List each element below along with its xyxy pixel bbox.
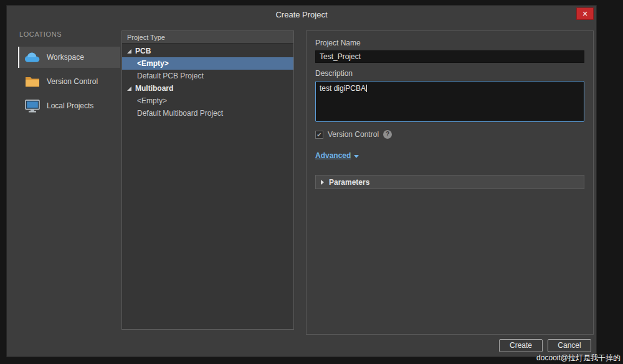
tree-item-default-multiboard-project[interactable]: Default Multiboard Project (122, 107, 293, 119)
checkmark-icon: ✔ (316, 131, 321, 138)
text-caret (366, 85, 367, 92)
dialog-title: Create Project (7, 6, 596, 24)
expand-triangle-icon (127, 49, 131, 54)
cloud-icon (24, 50, 40, 64)
tree-label: <Empty> (137, 57, 169, 70)
tree-label: PCB (135, 45, 151, 57)
chevron-right-icon (321, 180, 324, 185)
location-item-local-projects[interactable]: Local Projects (18, 95, 120, 116)
create-project-dialog: Create Project ✕ LOCATIONS Workspace (6, 5, 597, 357)
close-icon: ✕ (582, 10, 587, 17)
version-control-label: Version Control (328, 130, 379, 139)
parameters-section-header[interactable]: Parameters (315, 175, 584, 189)
monitor-icon (24, 99, 40, 113)
project-type-header: Project Type (122, 31, 293, 44)
parameters-label: Parameters (329, 178, 369, 187)
tree-group-pcb[interactable]: PCB (122, 45, 293, 57)
location-item-version-control[interactable]: Version Control (18, 71, 120, 92)
tree-item-pcb-empty[interactable]: <Empty> (122, 57, 293, 70)
help-icon[interactable]: ? (383, 130, 392, 139)
expand-triangle-icon (127, 86, 131, 91)
locations-header: LOCATIONS (18, 30, 120, 38)
project-name-value: Test_Project (320, 52, 361, 61)
locations-panel: LOCATIONS Workspace Version C (18, 30, 120, 119)
watermark-text: docooit@拉灯是我干掉的 (536, 353, 621, 363)
tree-label: Default PCB Project (137, 70, 204, 82)
description-label: Description (315, 69, 584, 78)
tree-item-multiboard-empty[interactable]: <Empty> (122, 95, 293, 107)
create-button[interactable]: Create (499, 339, 543, 352)
advanced-link[interactable]: Advanced (315, 151, 359, 160)
location-item-label: Local Projects (47, 101, 93, 110)
tree-item-default-pcb-project[interactable]: Default PCB Project (122, 70, 293, 82)
tree-label: <Empty> (137, 95, 167, 107)
project-type-tree: PCB <Empty> Default PCB Project Multiboa… (122, 44, 293, 119)
advanced-label: Advanced (315, 151, 351, 160)
dialog-titlebar: Create Project ✕ (7, 6, 596, 24)
chevron-down-icon (354, 155, 359, 158)
tree-label: Multiboard (135, 82, 173, 95)
screen: Create Project ✕ LOCATIONS Workspace (0, 0, 623, 364)
tree-group-multiboard[interactable]: Multiboard (122, 82, 293, 95)
version-control-row: ✔ Version Control ? (315, 130, 584, 139)
project-type-panel: Project Type PCB <Empty> Default PCB Pro… (121, 30, 294, 330)
project-details-panel: Project Name Test_Project Description te… (306, 30, 594, 335)
location-item-label: Version Control (47, 77, 98, 86)
close-button[interactable]: ✕ (576, 7, 594, 20)
version-control-checkbox[interactable]: ✔ (315, 131, 323, 139)
tree-label: Default Multiboard Project (137, 107, 223, 119)
cancel-button[interactable]: Cancel (548, 339, 591, 352)
project-name-label: Project Name (315, 39, 584, 47)
description-value: test digiPCBA (320, 84, 366, 93)
project-name-input[interactable]: Test_Project (315, 50, 584, 63)
folder-icon (24, 75, 40, 88)
location-item-workspace[interactable]: Workspace (18, 47, 120, 68)
location-item-label: Workspace (47, 53, 84, 62)
description-textarea[interactable]: test digiPCBA (315, 81, 584, 122)
